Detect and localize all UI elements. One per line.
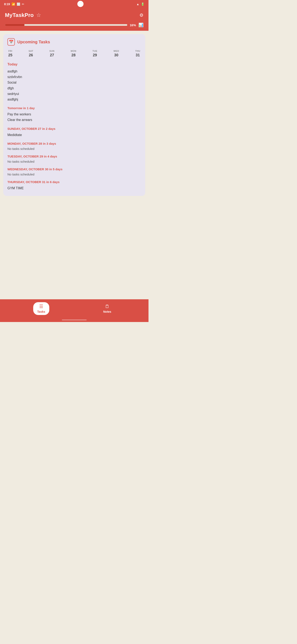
list-item[interactable]: asdfgh	[7, 68, 141, 74]
settings-icon[interactable]: ⚙	[139, 12, 144, 18]
list-item[interactable]: Pay the workers	[7, 112, 141, 117]
chart-icon: 📊	[138, 22, 144, 28]
favorite-icon[interactable]: ☆	[36, 12, 41, 18]
day-sun[interactable]: SUN 27	[49, 50, 55, 58]
status-right: ▲ 🔋	[136, 2, 144, 6]
battery-icon: 🔋	[141, 2, 144, 6]
section-wednesday-label: WEDNESDAY, OCTOBER 30 in 5 days	[7, 168, 141, 171]
tasks-icon: ☰	[39, 304, 43, 309]
section-today-label: Today	[7, 62, 141, 66]
section-monday-label: MONDAY, OCTOBER 28 in 3 days	[7, 142, 141, 145]
nav-tasks-label: Tasks	[37, 310, 45, 313]
status-time: 8:19	[4, 2, 10, 6]
no-tasks-wednesday: No tasks scheduled	[7, 172, 141, 176]
progress-bar-fill	[5, 24, 24, 26]
list-item[interactable]: sedrtyui	[7, 91, 141, 96]
status-left: 8:19 📶 ⬜ ✏	[4, 2, 24, 6]
list-item[interactable]: Medidtate	[7, 132, 141, 138]
wednesday-tasks: No tasks scheduled	[7, 172, 141, 176]
day-wed[interactable]: WED 30	[113, 50, 119, 58]
no-tasks-tuesday: No tasks scheduled	[7, 160, 141, 163]
section-sunday-label: SUNDAY, OCTOBER 27 in 2 days	[7, 127, 141, 130]
monday-tasks: No tasks scheduled	[7, 147, 141, 150]
task-icon: ✏	[22, 2, 24, 6]
day-fri[interactable]: FRI 25	[8, 50, 12, 58]
sunday-tasks: Medidtate	[7, 132, 141, 138]
day-sat[interactable]: SAT 26	[28, 50, 33, 58]
header-left: MyTaskPro ☆	[5, 12, 41, 18]
progress-text: 16%	[130, 23, 136, 27]
today-tasks: asdfgh szdxfcvbn Social dfgh sedrtyui as…	[7, 68, 141, 102]
home-circle-icon	[77, 1, 83, 8]
section-tomorrow-label: Tomorrow in 1 day	[7, 106, 141, 110]
status-bar: 8:19 📶 ⬜ ✏ ▲ 🔋	[0, 0, 148, 8]
day-tue[interactable]: TUE 29	[92, 50, 97, 58]
app-title: MyTaskPro	[5, 12, 34, 18]
main-content: 📅 Upcoming Tasks FRI 25 SAT 26 SUN 27 MO…	[0, 31, 148, 299]
progress-section: 16% 📊	[0, 22, 148, 31]
card-header: 📅 Upcoming Tasks	[7, 38, 141, 46]
app-header: MyTaskPro ☆ ⚙	[0, 8, 148, 22]
nav-tasks[interactable]: ☰ Tasks	[33, 302, 49, 315]
list-item[interactable]: GYM TIME	[7, 185, 141, 191]
day-thu[interactable]: THU 31	[135, 50, 140, 58]
list-item[interactable]: dfgh	[7, 86, 141, 91]
nav-notes[interactable]: 🗒 Notes	[99, 302, 115, 315]
thursday-tasks: GYM TIME	[7, 185, 141, 191]
days-row: FRI 25 SAT 26 SUN 27 MON 28 TUE 29 WED 3…	[7, 50, 141, 58]
bottom-nav: ☰ Tasks 🗒 Notes	[0, 299, 148, 318]
sim-icon: 📶	[11, 2, 15, 6]
card-title: Upcoming Tasks	[17, 40, 50, 44]
wifi-icon: ▲	[136, 2, 139, 6]
no-tasks-monday: No tasks scheduled	[7, 147, 141, 150]
home-bar	[0, 318, 148, 322]
section-thursday-label: THURSDAY, OCTOBER 31 in 6 days	[7, 180, 141, 184]
notes-icon: 🗒	[105, 304, 109, 309]
tuesday-tasks: No tasks scheduled	[7, 160, 141, 163]
screen-icon: ⬜	[17, 2, 20, 6]
section-tuesday-label: TUESDAY, OCTOBER 29 in 4 days	[7, 154, 141, 158]
list-item[interactable]: Social	[7, 80, 141, 85]
upcoming-tasks-card: 📅 Upcoming Tasks FRI 25 SAT 26 SUN 27 MO…	[3, 34, 145, 196]
nav-notes-label: Notes	[103, 310, 111, 313]
day-mon[interactable]: MON 28	[71, 50, 76, 58]
list-item[interactable]: Clear the arrears	[7, 117, 141, 122]
tomorrow-tasks: Pay the workers Clear the arrears	[7, 112, 141, 122]
calendar-icon: 📅	[7, 38, 15, 46]
list-item[interactable]: asdfghj	[7, 96, 141, 102]
list-item[interactable]: szdxfcvbn	[7, 74, 141, 80]
home-bar-line	[62, 320, 87, 320]
progress-bar-container	[5, 24, 127, 26]
